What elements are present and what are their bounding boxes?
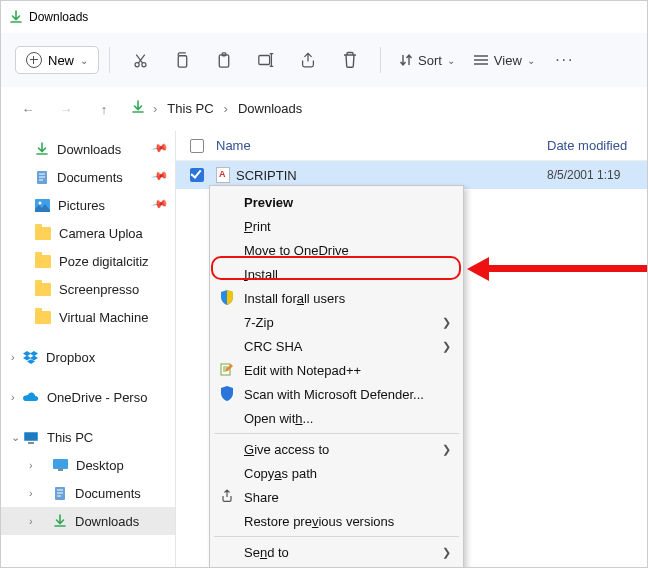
chevron-right-icon[interactable]: › xyxy=(29,515,33,527)
menu-print[interactable]: Print xyxy=(212,214,461,238)
view-label: View xyxy=(494,53,522,68)
svg-rect-2 xyxy=(178,55,187,66)
view-button[interactable]: View ⌄ xyxy=(465,53,543,68)
menu-restore[interactable]: Restore previous versions xyxy=(212,509,461,533)
chevron-right-icon: ❯ xyxy=(442,340,451,353)
menu-install[interactable]: Install xyxy=(212,262,461,286)
new-label: New xyxy=(48,53,74,68)
chevron-down-icon: ⌄ xyxy=(80,55,88,66)
sidebar-item-downloads2[interactable]: ›Downloads xyxy=(1,507,175,535)
sidebar-item-label: Dropbox xyxy=(46,350,95,365)
font-file-icon xyxy=(216,167,230,183)
menu-move-onedrive[interactable]: Move to OneDrive xyxy=(212,238,461,262)
sort-button[interactable]: Sort ⌄ xyxy=(391,53,463,68)
download-icon xyxy=(131,100,145,117)
sidebar-item-dropbox[interactable]: ›Dropbox xyxy=(1,343,175,371)
document-icon xyxy=(53,486,67,501)
menu-notepad[interactable]: Edit with Notepad++ xyxy=(212,358,461,382)
svg-point-8 xyxy=(39,201,42,204)
defender-icon xyxy=(220,386,236,402)
sidebar-item-camera[interactable]: Camera Uploa xyxy=(1,219,175,247)
sidebar-item-screenpresso[interactable]: Screenpresso xyxy=(1,275,175,303)
chevron-right-icon[interactable]: › xyxy=(11,351,15,363)
chevron-right-icon: ❯ xyxy=(442,443,451,456)
new-button[interactable]: New ⌄ xyxy=(15,46,99,74)
column-name[interactable]: Name xyxy=(216,138,547,153)
forward-button[interactable]: → xyxy=(49,92,83,126)
sidebar-item-thispc[interactable]: ⌄This PC xyxy=(1,423,175,451)
pin-icon: 📌 xyxy=(151,139,170,158)
chevron-right-icon[interactable]: › xyxy=(29,487,33,499)
sidebar-item-label: Desktop xyxy=(76,458,124,473)
sidebar-item-desktop[interactable]: ›Desktop xyxy=(1,451,175,479)
pin-icon: 📌 xyxy=(151,167,170,186)
toolbar: New ⌄ Sort ⌄ View ⌄ ··· xyxy=(1,33,647,87)
menu-7zip[interactable]: 7-Zip❯ xyxy=(212,310,461,334)
column-header-row: Name Date modified xyxy=(176,131,647,161)
folder-icon xyxy=(35,283,51,296)
menu-share[interactable]: Share xyxy=(212,485,461,509)
menu-preview[interactable]: Preview xyxy=(212,190,461,214)
column-date[interactable]: Date modified xyxy=(547,138,647,153)
delete-button[interactable] xyxy=(330,42,370,78)
address-bar[interactable]: › This PC › Downloads xyxy=(131,99,637,119)
menu-separator xyxy=(214,536,459,537)
sidebar-item-label: Screenpresso xyxy=(59,282,139,297)
menu-crc[interactable]: CRC SHA❯ xyxy=(212,334,461,358)
chevron-right-icon[interactable]: › xyxy=(29,459,33,471)
menu-defender[interactable]: Scan with Microsoft Defender... xyxy=(212,382,461,406)
pin-icon: 📌 xyxy=(151,195,170,214)
view-icon xyxy=(473,54,489,66)
breadcrumb-downloads[interactable]: Downloads xyxy=(236,99,304,118)
cut-button[interactable] xyxy=(120,42,160,78)
sidebar-item-label: This PC xyxy=(47,430,93,445)
separator xyxy=(380,47,381,73)
sidebar-item-label: Virtual Machine xyxy=(59,310,148,325)
context-menu: Preview Print Move to OneDrive Install I… xyxy=(209,185,464,568)
back-button[interactable]: ← xyxy=(11,92,45,126)
sidebar-item-label: Poze digitalcitiz xyxy=(59,254,149,269)
sidebar-item-label: Pictures xyxy=(58,198,105,213)
menu-giveaccess[interactable]: Give access to❯ xyxy=(212,437,461,461)
share-button[interactable] xyxy=(288,42,328,78)
sidebar-item-vm[interactable]: Virtual Machine xyxy=(1,303,175,331)
sidebar-item-documents[interactable]: Documents📌 xyxy=(1,163,175,191)
sidebar-item-poze[interactable]: Poze digitalcitiz xyxy=(1,247,175,275)
sidebar-item-pictures[interactable]: Pictures📌 xyxy=(1,191,175,219)
nav-row: ← → ↑ › This PC › Downloads xyxy=(1,87,647,131)
sidebar: Downloads📌 Documents📌 Pictures📌 Camera U… xyxy=(1,131,176,567)
svg-point-1 xyxy=(141,62,145,66)
titlebar: Downloads xyxy=(1,1,647,33)
rename-button[interactable] xyxy=(246,42,286,78)
svg-rect-10 xyxy=(25,433,37,440)
svg-rect-13 xyxy=(58,469,63,471)
chevron-down-icon[interactable]: ⌄ xyxy=(11,431,20,444)
sidebar-item-documents2[interactable]: ›Documents xyxy=(1,479,175,507)
row-checkbox[interactable] xyxy=(190,168,204,182)
sidebar-item-label: Downloads xyxy=(75,514,139,529)
desktop-icon xyxy=(53,459,68,471)
breadcrumb-thispc[interactable]: This PC xyxy=(165,99,215,118)
chevron-down-icon: ⌄ xyxy=(527,55,535,66)
sidebar-item-onedrive[interactable]: ›OneDrive - Perso xyxy=(1,383,175,411)
chevron-right-icon[interactable]: › xyxy=(11,391,15,403)
folder-icon xyxy=(35,311,51,324)
sort-icon xyxy=(399,53,413,67)
up-button[interactable]: ↑ xyxy=(87,92,121,126)
menu-sendto[interactable]: Send to❯ xyxy=(212,540,461,564)
menu-install-all[interactable]: Install for all users xyxy=(212,286,461,310)
chevron-right-icon: ❯ xyxy=(442,316,451,329)
more-button[interactable]: ··· xyxy=(545,42,585,78)
copy-button[interactable] xyxy=(162,42,202,78)
menu-separator xyxy=(214,433,459,434)
paste-button[interactable] xyxy=(204,42,244,78)
sidebar-item-label: Documents xyxy=(75,486,141,501)
file-name: SCRIPTIN xyxy=(236,168,547,183)
select-all-checkbox[interactable] xyxy=(190,139,204,153)
folder-icon xyxy=(35,255,51,268)
menu-openwith[interactable]: Open with... xyxy=(212,406,461,430)
sidebar-item-downloads[interactable]: Downloads📌 xyxy=(1,135,175,163)
pc-icon xyxy=(23,431,39,444)
plus-icon xyxy=(26,52,42,68)
menu-copypath[interactable]: Copy as path xyxy=(212,461,461,485)
